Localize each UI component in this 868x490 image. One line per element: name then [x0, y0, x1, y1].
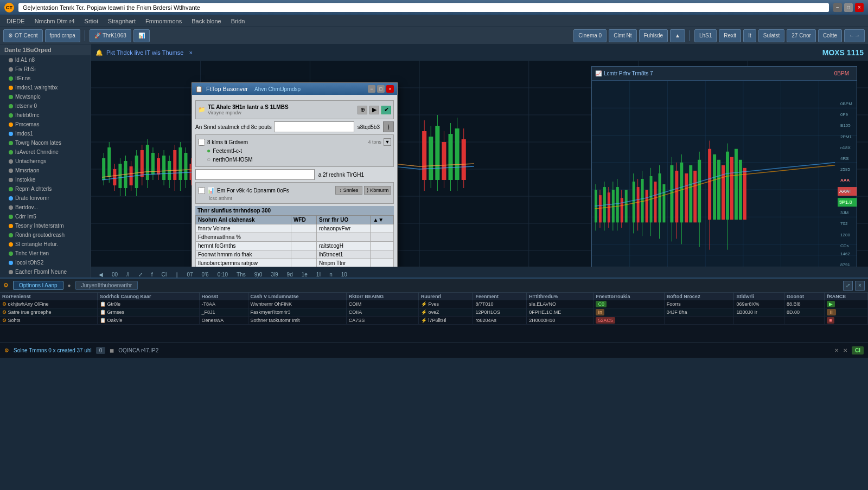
- minimize-button[interactable]: −: [833, 3, 842, 12]
- menu-nmchm[interactable]: Nmchm Dtm r4: [30, 17, 79, 25]
- bottom-tab-0[interactable]: Optlnons l Aanp: [13, 281, 63, 290]
- toolbar-play[interactable]: 📊: [133, 29, 150, 42]
- toolbar-fpnd[interactable]: fpnd crnpa: [45, 29, 80, 42]
- sidebar-item-6[interactable]: Ihetrb0mc: [0, 111, 91, 120]
- svg-text:702: 702: [840, 221, 848, 226]
- sidebar-item-0[interactable]: ld A1 n8: [0, 55, 91, 65]
- sidebar-item-13[interactable]: Instokke: [0, 175, 91, 184]
- sidebar-item-17[interactable]: Cdrr Im5: [0, 212, 91, 221]
- sidebar-item-2[interactable]: ItEr.ns: [0, 74, 91, 83]
- toolbar-cinema[interactable]: Cinema 0: [573, 29, 607, 42]
- list-checkbox[interactable]: [198, 139, 205, 146]
- tl-319[interactable]: 3l9: [267, 270, 281, 278]
- sidebar-item-16[interactable]: Bertdov...: [0, 203, 91, 212]
- tl-9d[interactable]: 9d: [284, 270, 296, 278]
- section2-btn2[interactable]: ⟩ Kbmurm: [364, 186, 391, 195]
- toolbar-fuhlsde[interactable]: Fuhlsde: [639, 29, 668, 42]
- filter-input[interactable]: [195, 169, 315, 180]
- sidebar-item-5[interactable]: Ictsenv 0: [0, 101, 91, 111]
- menu-back[interactable]: Back blone: [187, 17, 225, 25]
- tl-1i2[interactable]: 1I: [313, 270, 324, 278]
- toolbar-clmt[interactable]: Clmt Nt: [609, 29, 636, 42]
- search-go-btn[interactable]: ⟩: [383, 121, 394, 132]
- tab-resize-btn[interactable]: ⤢: [843, 281, 853, 291]
- maximize-button[interactable]: □: [844, 3, 853, 12]
- svg-rect-181: [722, 165, 725, 220]
- section1-btn3[interactable]: ✔: [381, 106, 391, 114]
- menu-diede[interactable]: DIEDE: [2, 17, 29, 25]
- sidebar-item-4[interactable]: Mcwtsnplc: [0, 92, 91, 101]
- toolbar-it[interactable]: It: [743, 29, 756, 42]
- tl-pause[interactable]: ∥: [172, 270, 181, 278]
- list-expand[interactable]: ▼: [384, 138, 391, 146]
- toolbar-ot-cecnt[interactable]: ⚙ OT Cecnt: [3, 29, 43, 42]
- tl-ths[interactable]: Ths: [233, 270, 249, 278]
- tl-1e[interactable]: 1e: [298, 270, 311, 278]
- bottom-tab-1[interactable]: JuryenIIthuhoenwrihr: [75, 281, 138, 290]
- section1-btn1[interactable]: ⊕: [358, 106, 367, 114]
- tr0-rating: COIM: [346, 300, 418, 308]
- tl-10[interactable]: 10: [338, 270, 350, 278]
- sidebar-item-9[interactable]: Towrg Nacom lates: [0, 138, 91, 147]
- toolbar-lhs1[interactable]: LhS1: [694, 29, 717, 42]
- chart-area[interactable]: 📋 FtTop Basonver Ahvn ChmtJprndsp − □ × …: [91, 61, 868, 267]
- sidebar-item-7[interactable]: Pmcemas: [0, 120, 91, 129]
- dialog-table-sort-btn[interactable]: ▲▼: [371, 216, 394, 224]
- toolbar-coltte[interactable]: Coltte: [818, 29, 842, 42]
- tl-90[interactable]: 9)0: [251, 270, 265, 278]
- close-button[interactable]: ×: [855, 3, 864, 12]
- sidebar-item-8[interactable]: Imdos1: [0, 129, 91, 138]
- menu-fmmommons[interactable]: Fmmommons: [141, 17, 186, 25]
- sidebar-item-22[interactable]: Iocoi tOhS2: [0, 258, 91, 267]
- sidebar-item-24[interactable]: Lemteftudn.om: [0, 276, 91, 278]
- section2-btn1[interactable]: ↕ Snnles: [335, 186, 362, 195]
- sidebar-item-21[interactable]: Tnhc Vier tten: [0, 249, 91, 258]
- tl-1i[interactable]: /I: [123, 270, 133, 278]
- toolbar-up[interactable]: ▲: [670, 29, 685, 42]
- sidebar-item-11[interactable]: Untadherngs: [0, 157, 91, 166]
- tl-f[interactable]: f: [148, 270, 156, 278]
- sidebar-item-19[interactable]: Rondn groutodreash: [0, 230, 91, 240]
- sidebar-item-23[interactable]: Eacher FbomI Neune: [0, 267, 91, 276]
- sidebar-item-12[interactable]: Mmsrtaon: [0, 166, 91, 175]
- sidebar-item-15[interactable]: Drato lonvomr: [0, 194, 91, 203]
- menu-stragnhart[interactable]: Stragnhart: [104, 17, 140, 25]
- sidebar-dot-12: [9, 169, 13, 173]
- tl-arrow[interactable]: ⤢: [135, 270, 146, 278]
- sidebar-item-3[interactable]: Imdos1 walrghtbx: [0, 83, 91, 92]
- sidebar-item-14[interactable]: Repm A chterls: [0, 184, 91, 194]
- toolbar-arrows[interactable]: ←→: [844, 29, 865, 42]
- dialog-maximize[interactable]: □: [377, 85, 385, 93]
- status-x-btn[interactable]: ✕: [834, 347, 839, 353]
- menu-bridn[interactable]: Bridn: [227, 17, 250, 25]
- toolbar-cnor[interactable]: 27 Cnor: [787, 29, 816, 42]
- tl-back[interactable]: ◀: [95, 270, 106, 278]
- tl-06[interactable]: 0'6: [199, 270, 212, 278]
- dialog-minimize[interactable]: −: [368, 85, 375, 93]
- section1-btn2[interactable]: ▶: [369, 106, 379, 114]
- sidebar-item-18[interactable]: Tesony Intwtersratm: [0, 221, 91, 230]
- tl-010[interactable]: 0:10: [214, 270, 231, 278]
- bth-france: fRANCE: [825, 293, 868, 300]
- toolbar-thrk[interactable]: 🚀 ThrK1068: [90, 29, 131, 42]
- bth-pct: HTtlthredu%: [527, 293, 593, 300]
- tr0-host: -T8AA: [199, 300, 248, 308]
- toolbar-rexit[interactable]: Rexit: [719, 29, 741, 42]
- bottom-panel: ⚙ Optlnons l Aanp ● JuryenIIthuhoenwrihr…: [0, 278, 868, 343]
- dialog-close[interactable]: ×: [386, 85, 394, 93]
- menu-srtioi[interactable]: Srtioi: [80, 17, 103, 25]
- tl-ci[interactable]: CI: [158, 270, 170, 278]
- sidebar-item-1[interactable]: Fiv RhSi: [0, 65, 91, 74]
- tl-07[interactable]: 07: [183, 270, 196, 278]
- close-chart-icon[interactable]: ×: [189, 49, 192, 56]
- sidebar-item-20[interactable]: Sl cntangle Hetur.: [0, 240, 91, 249]
- tl-n[interactable]: n: [326, 270, 336, 278]
- status-close-btn[interactable]: ✕: [843, 347, 847, 353]
- search-input[interactable]: [274, 121, 354, 132]
- sidebar-item-10[interactable]: luAveret Chnrdine: [0, 147, 91, 157]
- tr2-broker: 📋 Oakvle: [97, 317, 199, 325]
- section2-check[interactable]: [198, 187, 205, 194]
- tab-close-btn[interactable]: ×: [855, 281, 865, 291]
- toolbar-sulatst[interactable]: Sulatst: [758, 29, 785, 42]
- tl-00[interactable]: 00: [108, 270, 121, 278]
